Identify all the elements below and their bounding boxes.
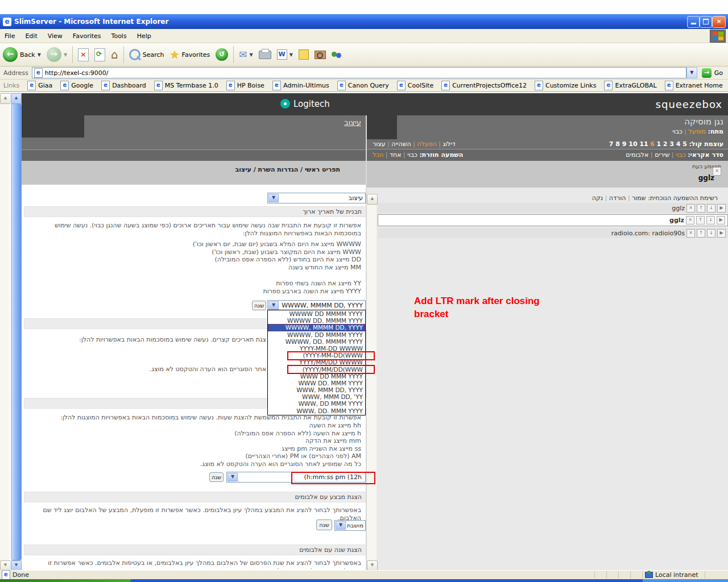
- dropdown-option[interactable]: WWW, MMM DD, YYYY: [268, 386, 365, 393]
- frame-scrollbar-thumb[interactable]: [11, 103, 22, 560]
- volume-levels-high[interactable]: 7 8 9 10 11: [609, 140, 648, 148]
- link-coolsite[interactable]: eCoolSite: [397, 81, 433, 90]
- row-play-icon[interactable]: ▶: [717, 216, 725, 225]
- artist-change-button[interactable]: שנה: [316, 519, 332, 530]
- stop-link[interactable]: עצור: [373, 140, 386, 148]
- repeat-all-link[interactable]: הכל: [373, 151, 383, 159]
- frame-scroll-up-icon[interactable]: ▲: [11, 93, 22, 104]
- minimize-button[interactable]: [687, 16, 700, 28]
- link-dashboard[interactable]: eDashboard: [101, 81, 146, 90]
- messenger-button[interactable]: [329, 49, 345, 61]
- playlist-row[interactable]: radioio.com: radioio90s × ↑ ↓ ▶: [378, 228, 728, 238]
- mail-dropdown-icon[interactable]: ▼: [250, 52, 253, 57]
- link-admin-ultimus[interactable]: eAdmin-Ultimus: [272, 81, 329, 90]
- power-off-link[interactable]: כבוי: [672, 128, 682, 135]
- refresh-button[interactable]: ⟳: [92, 47, 108, 63]
- close-button[interactable]: ×: [712, 16, 726, 28]
- address-input[interactable]: e http://texel-cs:9000/: [32, 67, 686, 78]
- dropdown-option[interactable]: WWWW, DD MMMM YYYY: [268, 331, 365, 338]
- forward-button[interactable]: → ▼: [44, 45, 70, 64]
- research-button[interactable]: [312, 49, 329, 61]
- time-format-select-arrow-icon[interactable]: ▼: [228, 473, 238, 481]
- link-giaa[interactable]: eGiaa: [27, 81, 52, 90]
- repeat-off-link[interactable]: כבוי: [407, 151, 417, 159]
- edit-dropdown-icon[interactable]: ▼: [289, 52, 293, 57]
- time-format-change-button[interactable]: שנה: [209, 472, 224, 482]
- dropdown-option[interactable]: WWW, MMM DD, 'YY: [268, 393, 365, 400]
- search-button[interactable]: Search: [126, 47, 167, 62]
- skin-select[interactable]: עיצוב ▼: [267, 193, 366, 203]
- menu-tools[interactable]: Tools: [107, 31, 131, 41]
- start-button[interactable]: [0, 579, 131, 582]
- edit-word-button[interactable]: W ▼: [274, 48, 296, 61]
- row-move-up-icon[interactable]: ↑: [697, 204, 705, 213]
- dropdown-option[interactable]: WWWW, DD. MMMM YYYY: [268, 338, 365, 345]
- artist-select-arrow-icon[interactable]: ▼: [336, 521, 346, 530]
- go-button[interactable]: → Go: [697, 68, 723, 78]
- stop-button[interactable]: ×: [75, 47, 92, 63]
- playlist-row-current[interactable]: gglz × ↑ ↓ ▶: [378, 214, 728, 226]
- dropdown-option[interactable]: WWWW DD. MMMM YYYY: [268, 317, 365, 324]
- row-move-up-icon[interactable]: ↑: [697, 229, 705, 238]
- dropdown-option-selected[interactable]: WWWW, MMMM DD, YYYY: [268, 324, 365, 331]
- skin-select-arrow-icon[interactable]: ▼: [268, 194, 279, 202]
- dropdown-option[interactable]: WWW, DD MMM YYYY: [268, 400, 365, 407]
- dropdown-option[interactable]: WWW, DD. MMM YYYY: [268, 408, 365, 414]
- address-dropdown-icon[interactable]: ▼: [686, 67, 697, 78]
- artist-select[interactable]: מושבת ▼: [334, 520, 366, 531]
- menu-edit[interactable]: Edit: [20, 31, 42, 41]
- restore-button[interactable]: [700, 16, 712, 28]
- shuffle-off-link[interactable]: כבוי: [676, 151, 686, 159]
- volume-level-current[interactable]: 6: [650, 140, 655, 148]
- row-play-icon[interactable]: ▶: [717, 229, 726, 238]
- history-button[interactable]: ↺: [213, 47, 231, 63]
- menu-view[interactable]: View: [43, 31, 67, 41]
- row-remove-icon[interactable]: ×: [686, 216, 694, 225]
- row-move-down-icon[interactable]: ↓: [707, 204, 715, 213]
- playlist-scroll-up-icon[interactable]: ▲: [367, 194, 378, 205]
- shuffle-songs-link[interactable]: שירים: [655, 151, 669, 159]
- link-extranet-home[interactable]: eExtranet Home: [665, 81, 723, 90]
- dropdown-option[interactable]: WWW DD. MMM YYYY: [268, 380, 365, 386]
- link-customize-links[interactable]: eCustomize Links: [535, 81, 597, 90]
- playlist-row[interactable]: gglz × ↑ ↓ ▶: [378, 203, 728, 213]
- row-move-up-icon[interactable]: ↑: [696, 216, 705, 225]
- row-move-down-icon[interactable]: ↓: [706, 216, 715, 225]
- window-scrollbar[interactable]: [0, 93, 10, 570]
- page-title[interactable]: עיצוב: [344, 118, 361, 127]
- menu-file[interactable]: File: [0, 31, 19, 41]
- dropdown-option[interactable]: WWWW DD MMMM YYYY: [268, 310, 365, 317]
- home-button[interactable]: ⌂: [108, 46, 121, 63]
- repeat-one-link[interactable]: אחד: [390, 151, 402, 159]
- playlist-clear-link[interactable]: נקה: [592, 194, 603, 202]
- breadcrumb[interactable]: תפריט ראשי / הגדרות השרת / עיצוב: [235, 166, 340, 173]
- menu-help[interactable]: Help: [133, 31, 156, 41]
- favorites-button[interactable]: ★ Favorites: [167, 47, 213, 63]
- mail-button[interactable]: ✉ ▼: [236, 47, 255, 62]
- link-google[interactable]: eGoogle: [60, 81, 93, 90]
- playlist-download-link[interactable]: הורדה: [609, 194, 626, 202]
- shuffle-albums-link[interactable]: אלבומים: [626, 151, 648, 159]
- notes-button[interactable]: [296, 48, 312, 61]
- playlist-save-link[interactable]: שמור: [632, 194, 646, 202]
- row-remove-icon[interactable]: ×: [686, 229, 695, 238]
- scroll-up-icon[interactable]: ▲: [0, 93, 11, 104]
- print-button[interactable]: [256, 49, 274, 61]
- link-canon-query[interactable]: eCanon Query: [337, 81, 389, 90]
- menu-favorites[interactable]: Favorites: [68, 31, 106, 41]
- power-on-link[interactable]: מופעל: [689, 128, 706, 135]
- link-hp-boise[interactable]: eHP Boise: [226, 81, 264, 90]
- link-currentprojects[interactable]: eCurrentProjectsOffice12: [441, 81, 527, 90]
- play-link[interactable]: הפעלה: [417, 140, 436, 148]
- link-ms-termbase[interactable]: eMS Termbase 1.0: [154, 81, 218, 90]
- link-extraglobal[interactable]: eExtraGLOBAL: [604, 81, 656, 90]
- skip-link[interactable]: דילוג: [442, 140, 455, 148]
- playlist-scrollbar[interactable]: [367, 193, 377, 570]
- pause-link[interactable]: השהייה: [391, 140, 411, 148]
- row-play-icon[interactable]: ▶: [717, 204, 726, 213]
- long-date-change-button[interactable]: שנה: [252, 301, 266, 310]
- back-dropdown-icon[interactable]: ▼: [38, 52, 41, 57]
- row-remove-icon[interactable]: ×: [686, 204, 695, 213]
- now-playing-track[interactable]: gglz: [698, 174, 714, 182]
- long-date-select-arrow-icon[interactable]: ▼: [268, 301, 279, 310]
